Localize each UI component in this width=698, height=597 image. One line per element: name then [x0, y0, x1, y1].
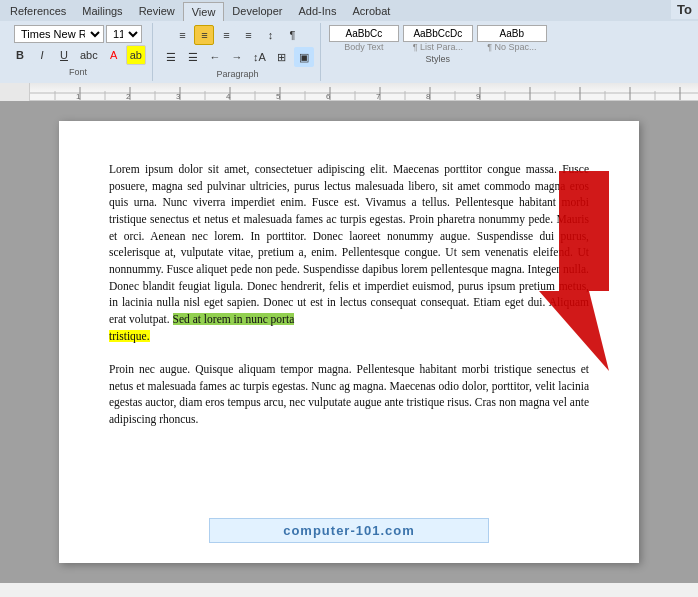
font-group-label: Font [69, 67, 87, 77]
style-bodytext-preview: AaBbCc [329, 25, 399, 42]
document-page[interactable]: Lorem ipsum dolor sit amet, consectetuer… [59, 121, 639, 563]
ruler-corner [0, 83, 30, 101]
font-group: Times New Roman 11 B I U abc A ab Font [4, 23, 153, 81]
svg-text:4: 4 [226, 92, 231, 100]
align-justify-button[interactable]: ≡ [238, 25, 258, 45]
tab-addins[interactable]: Add-Ins [291, 2, 345, 21]
tab-developer[interactable]: Developer [224, 2, 290, 21]
font-row1: Times New Roman 11 [14, 25, 142, 43]
ruler-track: 1 2 3 4 5 6 7 8 9 [30, 83, 698, 100]
paragraph-group: ≡ ≡ ≡ ≡ ↕ ¶ ☰ ☰ ← → ↕A ⊞ ▣ Paragraph [155, 23, 321, 81]
numbering-button[interactable]: ☰ [183, 47, 203, 67]
highlight-button[interactable]: ab [126, 45, 146, 65]
tab-view[interactable]: View [183, 2, 225, 21]
indent-increase-button[interactable]: → [227, 47, 247, 67]
svg-text:7: 7 [376, 92, 381, 100]
style-bodytext[interactable]: AaBbCc Body Text [329, 25, 399, 52]
align-left-button[interactable]: ≡ [172, 25, 192, 45]
paragraph-tristique: tristique. [109, 328, 589, 345]
document-text: Lorem ipsum dolor sit amet, consectetuer… [109, 161, 589, 428]
bold-button[interactable]: B [10, 45, 30, 65]
align-center-button[interactable]: ≡ [194, 25, 214, 45]
ribbon-toolbar: Times New Roman 11 B I U abc A ab Font ≡… [0, 21, 698, 83]
document-area: Lorem ipsum dolor sit amet, consectetuer… [0, 101, 698, 583]
font-row2: B I U abc A ab [10, 45, 146, 65]
svg-text:6: 6 [326, 92, 331, 100]
svg-text:2: 2 [126, 92, 131, 100]
tab-acrobat[interactable]: Acrobat [344, 2, 398, 21]
shading-button[interactable]: ▣ [294, 47, 314, 67]
font-color-button[interactable]: A [104, 45, 124, 65]
font-size-select[interactable]: 11 [106, 25, 142, 43]
sort-button[interactable]: ↕A [249, 47, 270, 67]
line-spacing-button[interactable]: ↕ [260, 25, 280, 45]
ribbon-tabs: References Mailings Review View Develope… [0, 0, 698, 21]
tab-references[interactable]: References [2, 2, 74, 21]
style-listpara[interactable]: AaBbCcDc ¶ List Para... [403, 25, 473, 52]
paragraph-mark-button[interactable]: ¶ [282, 25, 302, 45]
svg-text:8: 8 [426, 92, 431, 100]
strikethrough-button[interactable]: abc [76, 45, 102, 65]
style-nospace[interactable]: AaBb ¶ No Spac... [477, 25, 547, 52]
svg-text:5: 5 [276, 92, 281, 100]
borders-button[interactable]: ⊞ [272, 47, 292, 67]
svg-text:9: 9 [476, 92, 481, 100]
styles-group: AaBbCc Body Text AaBbCcDc ¶ List Para...… [323, 23, 553, 81]
para-row1: ≡ ≡ ≡ ≡ ↕ ¶ [172, 25, 302, 45]
watermark: computer-101.com [209, 518, 489, 543]
underline-button[interactable]: U [54, 45, 74, 65]
para-row2: ☰ ☰ ← → ↕A ⊞ ▣ [161, 47, 314, 67]
italic-button[interactable]: I [32, 45, 52, 65]
style-nospace-label: ¶ No Spac... [477, 42, 547, 52]
paragraph-2: Proin nec augue. Quisque aliquam tempor … [109, 361, 589, 428]
highlighted-text: Sed at lorem in nunc porta [173, 313, 295, 325]
svg-text:1: 1 [76, 92, 81, 100]
style-listpara-label: ¶ List Para... [403, 42, 473, 52]
align-right-button[interactable]: ≡ [216, 25, 236, 45]
app-window: References Mailings Review View Develope… [0, 0, 698, 583]
watermark-text: computer-101.com [209, 518, 489, 543]
svg-text:3: 3 [176, 92, 181, 100]
paragraph-1: Lorem ipsum dolor sit amet, consectetuer… [109, 161, 589, 328]
styles-group-label: Styles [426, 54, 451, 64]
tristique-highlight: tristique. [109, 330, 150, 342]
style-listpara-preview: AaBbCcDc [403, 25, 473, 42]
tab-mailings[interactable]: Mailings [74, 2, 130, 21]
paragraph-group-label: Paragraph [216, 69, 258, 79]
tab-review[interactable]: Review [131, 2, 183, 21]
font-family-select[interactable]: Times New Roman [14, 25, 104, 43]
indent-decrease-button[interactable]: ← [205, 47, 225, 67]
to-label: To [671, 0, 698, 19]
style-bodytext-label: Body Text [329, 42, 399, 52]
ruler: 1 2 3 4 5 6 7 8 9 [0, 83, 698, 101]
style-nospace-preview: AaBb [477, 25, 547, 42]
styles-panel: AaBbCc Body Text AaBbCcDc ¶ List Para...… [329, 25, 547, 52]
bullets-button[interactable]: ☰ [161, 47, 181, 67]
